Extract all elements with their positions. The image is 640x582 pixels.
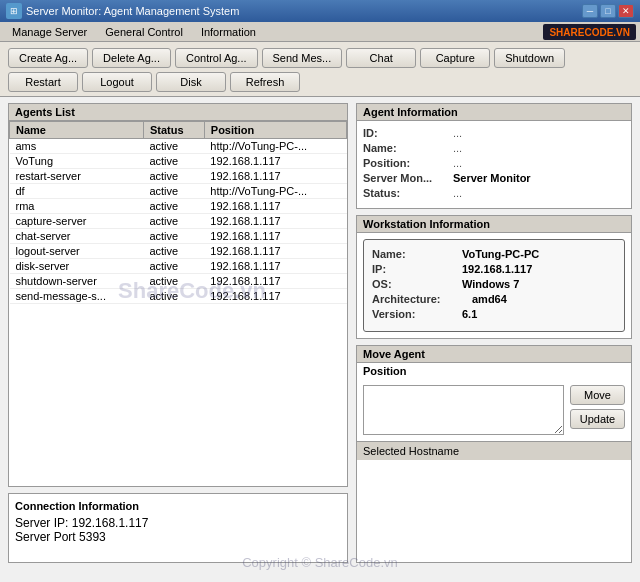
ws-os-value: Windows 7 [462,278,519,290]
ws-ip-value: 192.168.1.117 [462,263,532,275]
position-label: Position [357,363,631,379]
ws-version-label: Version: [372,308,462,320]
table-row[interactable]: VoTungactive192.168.1.117 [10,154,347,169]
menu-information[interactable]: Information [193,24,264,40]
connection-info-section: Connection Information Server IP: 192.16… [8,493,348,563]
agent-status-row: Status: ... [363,187,625,199]
maximize-button[interactable]: □ [600,4,616,18]
agent-position-cell: 192.168.1.117 [204,169,346,184]
delete-agent-button[interactable]: Delete Ag... [92,48,171,68]
control-agent-button[interactable]: Control Ag... [175,48,258,68]
agent-name-cell: chat-server [10,229,144,244]
table-row[interactable]: capture-serveractive192.168.1.117 [10,214,347,229]
agent-position-cell: 192.168.1.117 [204,244,346,259]
menu-manage-server[interactable]: Manage Server [4,24,95,40]
create-agent-button[interactable]: Create Ag... [8,48,88,68]
chat-button[interactable]: Chat [346,48,416,68]
agent-server-mon-label: Server Mon... [363,172,453,184]
toolbar-row1: Create Ag... Delete Ag... Control Ag... … [8,48,632,68]
ws-os-label: OS: [372,278,462,290]
agent-name-cell: VoTung [10,154,144,169]
table-row[interactable]: restart-serveractive192.168.1.117 [10,169,347,184]
table-row[interactable]: rmaactive192.168.1.117 [10,199,347,214]
server-port-label: Server Port [15,530,76,544]
logo: SHARECODE.VN [543,24,636,40]
agent-info-body: ID: ... Name: ... Position: ... Server M… [357,121,631,208]
agent-position-value: ... [453,157,462,169]
send-message-button[interactable]: Send Mes... [262,48,343,68]
agent-name-cell: ams [10,139,144,154]
shutdown-button[interactable]: Shutdown [494,48,565,68]
agent-name-value: ... [453,142,462,154]
restart-button[interactable]: Restart [8,72,78,92]
update-button[interactable]: Update [570,409,625,429]
logo-text: SHARECODE.VN [549,27,630,38]
server-ip-row: Server IP: 192.168.1.117 [15,516,341,530]
table-row[interactable]: send-message-s...active192.168.1.117 [10,289,347,304]
selected-hostname-label: Selected Hostname [357,441,631,460]
minimize-button[interactable]: ─ [582,4,598,18]
workstation-box: Workstation Information Name: VoTung-PC-… [356,215,632,339]
agent-position-cell: 192.168.1.117 [204,274,346,289]
agent-status-cell: active [143,169,204,184]
agent-position-row: Position: ... [363,157,625,169]
table-row[interactable]: dfactivehttp://VoTung-PC-... [10,184,347,199]
agent-name-row: Name: ... [363,142,625,154]
agent-info-header: Agent Information [357,104,631,121]
server-port-row: Server Port 5393 [15,530,341,544]
agent-position-cell: 192.168.1.117 [204,229,346,244]
agent-position-cell: 192.168.1.117 [204,259,346,274]
agent-status-cell: active [143,289,204,304]
agent-id-value: ... [453,127,462,139]
agent-position-cell: 192.168.1.117 [204,199,346,214]
title-bar: ⊞ Server Monitor: Agent Management Syste… [0,0,640,22]
server-ip-label: Server IP: [15,516,68,530]
agents-table-wrapper[interactable]: Name Status Position amsactivehttp://VoT… [9,121,347,483]
table-row[interactable]: disk-serveractive192.168.1.117 [10,259,347,274]
agent-status-cell: active [143,214,204,229]
disk-button[interactable]: Disk [156,72,226,92]
workstation-header: Workstation Information [357,216,631,233]
agent-name-cell: df [10,184,144,199]
agent-status-cell: active [143,259,204,274]
agent-position-cell: 192.168.1.117 [204,214,346,229]
ws-ip-label: IP: [372,263,462,275]
window-controls: ─ □ ✕ [582,4,634,18]
agent-status-cell: active [143,184,204,199]
agent-name-cell: rma [10,199,144,214]
ws-arch-row: Architecture: amd64 [372,293,616,305]
ws-version-value: 6.1 [462,308,477,320]
agent-status-cell: active [143,229,204,244]
table-row[interactable]: chat-serveractive192.168.1.117 [10,229,347,244]
table-row[interactable]: amsactivehttp://VoTung-PC-... [10,139,347,154]
ws-version-row: Version: 6.1 [372,308,616,320]
position-input[interactable] [363,385,564,435]
agent-position-cell: 192.168.1.117 [204,289,346,304]
app-icon: ⊞ [6,3,22,19]
move-buttons: Move Update [570,385,625,435]
agent-id-row: ID: ... [363,127,625,139]
capture-button[interactable]: Capture [420,48,490,68]
main-content: Agents List Name Status Position amsacti… [0,97,640,569]
table-row[interactable]: shutdown-serveractive192.168.1.117 [10,274,347,289]
table-row[interactable]: logout-serveractive192.168.1.117 [10,244,347,259]
close-button[interactable]: ✕ [618,4,634,18]
agents-list-header: Agents List [9,104,347,121]
toolbar-row2: Restart Logout Disk Refresh [8,72,632,92]
menu-general-control[interactable]: General Control [97,24,191,40]
col-status: Status [143,122,204,139]
logout-button[interactable]: Logout [82,72,152,92]
refresh-button[interactable]: Refresh [230,72,300,92]
agent-name-label: Name: [363,142,453,154]
agent-server-mon-row: Server Mon... Server Monitor [363,172,625,184]
menu-bar: Manage Server General Control Informatio… [0,22,640,42]
workstation-inner: Name: VoTung-PC-PC IP: 192.168.1.117 OS:… [363,239,625,332]
agent-status-cell: active [143,154,204,169]
agent-status-value: ... [453,187,462,199]
ws-arch-value: amd64 [472,293,507,305]
agent-id-label: ID: [363,127,453,139]
move-agent-box: Move Agent Position Move Update Selected… [356,345,632,563]
window-title: Server Monitor: Agent Management System [26,5,239,17]
ws-os-row: OS: Windows 7 [372,278,616,290]
move-button[interactable]: Move [570,385,625,405]
